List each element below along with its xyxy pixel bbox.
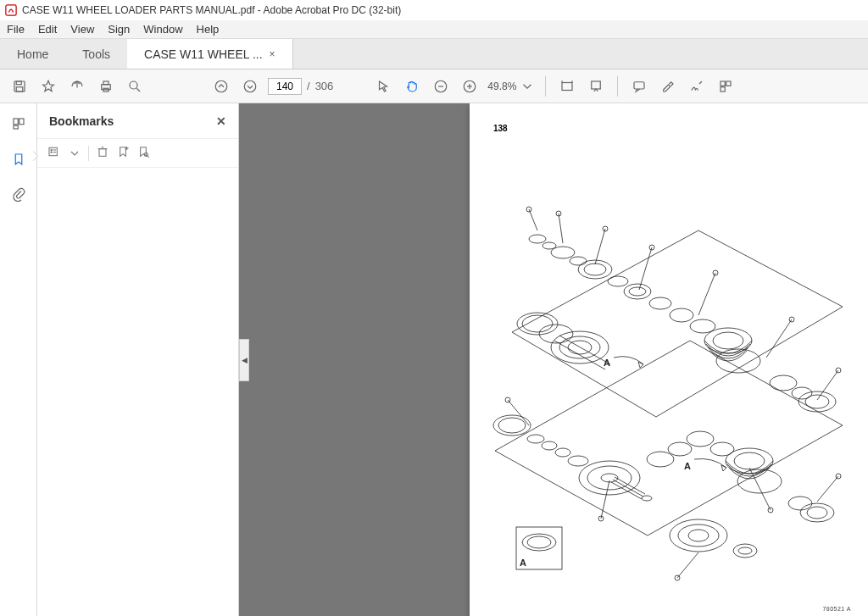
svg-point-38 <box>542 242 556 249</box>
svg-point-67 <box>568 456 588 466</box>
fit-width-button[interactable] <box>556 75 578 97</box>
save-button[interactable] <box>8 75 31 97</box>
pdf-page: 138 780521 A <box>470 103 868 616</box>
hand-tool[interactable] <box>401 75 423 97</box>
separator <box>88 146 89 161</box>
tabstrip: Home Tools CASE W11 WHEEL ... × <box>0 39 868 69</box>
menu-view[interactable]: View <box>70 23 94 36</box>
collapse-panel-handle[interactable]: ◀ <box>239 339 249 381</box>
find-button[interactable] <box>124 75 146 97</box>
svg-point-27 <box>51 152 52 153</box>
detail-label-a2: A <box>684 461 691 471</box>
separator <box>617 76 618 97</box>
menu-file[interactable]: File <box>7 23 25 36</box>
svg-line-90 <box>529 209 537 230</box>
panel-toolbar <box>37 139 238 168</box>
svg-point-86 <box>738 547 752 554</box>
svg-point-45 <box>629 287 646 296</box>
svg-point-39 <box>551 247 575 258</box>
delete-bookmark-button[interactable] <box>96 145 109 162</box>
svg-point-75 <box>710 442 734 456</box>
menubar: File Edit View Sign Window Help <box>0 20 868 39</box>
svg-point-71 <box>642 496 652 501</box>
svg-rect-25 <box>49 147 57 155</box>
find-bookmark-button[interactable] <box>136 145 150 162</box>
svg-point-43 <box>608 276 628 286</box>
svg-point-83 <box>678 524 719 547</box>
highlight-button[interactable] <box>657 75 679 97</box>
menu-window[interactable]: Window <box>143 23 182 36</box>
svg-rect-16 <box>562 82 572 90</box>
svg-rect-2 <box>16 81 21 85</box>
main-area: Bookmarks ✕ ◀ 138 780521 A <box>0 103 868 616</box>
svg-point-57 <box>522 315 553 332</box>
select-tool[interactable] <box>372 75 394 97</box>
svg-point-81 <box>807 507 827 519</box>
panel-header: Bookmarks ✕ <box>37 103 238 139</box>
svg-line-106 <box>601 480 609 519</box>
svg-point-63 <box>498 418 526 433</box>
separator <box>545 76 546 97</box>
nav-rail <box>0 103 37 616</box>
thumbnails-panel-button[interactable] <box>7 112 31 136</box>
chevron-down-icon <box>68 147 81 160</box>
svg-point-41 <box>578 260 612 279</box>
toolbar: / 306 49.8% <box>0 69 868 103</box>
tab-close-icon[interactable]: × <box>270 48 275 60</box>
svg-rect-20 <box>726 81 731 86</box>
new-bookmark-button[interactable] <box>116 145 130 162</box>
svg-point-64 <box>527 435 544 443</box>
zoom-in-button[interactable] <box>459 75 481 97</box>
exploded-parts-diagram: A <box>478 163 860 586</box>
svg-point-47 <box>670 308 693 322</box>
svg-rect-18 <box>634 81 644 88</box>
zoom-level[interactable]: 49.8% <box>487 79 535 94</box>
zoom-out-button[interactable] <box>430 75 452 97</box>
svg-point-37 <box>529 235 546 243</box>
menu-sign[interactable]: Sign <box>108 23 130 36</box>
star-button[interactable] <box>37 75 59 97</box>
tab-document[interactable]: CASE W11 WHEEL ... × <box>127 39 293 69</box>
svg-rect-19 <box>721 81 725 86</box>
panel-close-icon[interactable]: ✕ <box>216 114 226 128</box>
tab-home[interactable]: Home <box>0 39 65 69</box>
document-viewport[interactable]: ◀ 138 780521 A <box>239 103 868 616</box>
window-title: CASE W11 WHEEL LOADER PARTS MANUAL.pdf -… <box>22 4 401 16</box>
page-up-button[interactable] <box>210 75 232 97</box>
svg-point-66 <box>555 448 570 457</box>
page-down-button[interactable] <box>239 75 261 97</box>
page-current-input[interactable] <box>268 78 302 95</box>
bookmarks-panel: Bookmarks ✕ <box>37 103 239 616</box>
svg-point-9 <box>215 80 227 92</box>
share-button[interactable] <box>66 75 88 97</box>
tab-document-label: CASE W11 WHEEL ... <box>144 47 263 61</box>
svg-point-10 <box>244 80 256 92</box>
svg-point-53 <box>792 387 812 399</box>
read-mode-button[interactable] <box>585 75 607 97</box>
more-tools-button[interactable] <box>715 75 737 97</box>
svg-point-56 <box>517 313 558 335</box>
acrobat-app-icon <box>5 4 17 16</box>
sign-button[interactable] <box>686 75 708 97</box>
menu-edit[interactable]: Edit <box>38 23 57 36</box>
svg-point-73 <box>668 442 692 456</box>
bookmarks-panel-button[interactable] <box>7 147 31 171</box>
menu-help[interactable]: Help <box>197 23 220 36</box>
svg-point-84 <box>688 530 709 541</box>
svg-point-50 <box>713 332 743 349</box>
svg-rect-3 <box>16 86 23 91</box>
zoom-value: 49.8% <box>487 80 516 92</box>
page-indicator: / 306 <box>268 78 333 95</box>
attachments-panel-button[interactable] <box>7 183 31 207</box>
svg-line-112 <box>677 552 698 578</box>
print-button[interactable] <box>95 75 117 97</box>
svg-rect-0 <box>6 5 16 15</box>
detail-label-a1: A <box>604 358 610 368</box>
bookmark-options-button[interactable] <box>47 145 61 162</box>
tab-tools[interactable]: Tools <box>65 39 127 69</box>
comment-button[interactable] <box>628 75 650 97</box>
svg-line-110 <box>817 476 838 502</box>
svg-point-77 <box>734 452 765 469</box>
svg-rect-24 <box>14 125 18 129</box>
svg-line-98 <box>698 273 715 315</box>
